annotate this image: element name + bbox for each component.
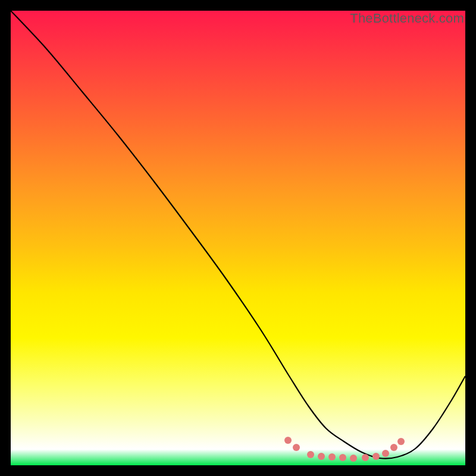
marker-dot: [318, 453, 325, 460]
marker-dot: [390, 444, 397, 451]
marker-dot: [284, 437, 292, 444]
watermark-text: TheBottleneck.com: [350, 11, 464, 26]
marker-dot: [372, 453, 380, 460]
marker-dot: [397, 438, 405, 445]
bottleneck-curve-line: [11, 11, 465, 459]
bottleneck-chart: [11, 11, 465, 465]
marker-dot: [307, 451, 314, 458]
marker-dot: [362, 454, 369, 461]
chart-frame: TheBottleneck.com: [11, 11, 465, 465]
marker-dot: [328, 453, 336, 461]
marker-dot: [350, 455, 357, 462]
marker-dot: [339, 454, 346, 461]
marker-dot: [382, 450, 389, 457]
marker-dot: [293, 444, 300, 451]
